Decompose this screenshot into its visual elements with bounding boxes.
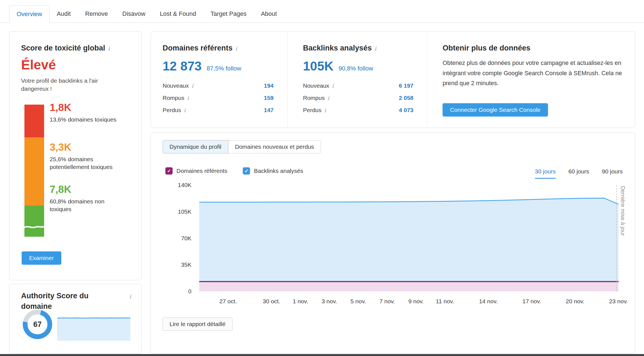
last-update-label: Dernière mise à jour bbox=[620, 186, 626, 292]
more-data-column: Obtenir plus de données Obtenez plus de … bbox=[427, 32, 635, 128]
legend-label: Backlinks analysés bbox=[254, 168, 303, 174]
x-tick-label: 7 nov. bbox=[380, 298, 395, 305]
backlinks-value[interactable]: 105K bbox=[303, 60, 334, 72]
referring-domains-follow[interactable]: 87,5% follow bbox=[207, 65, 241, 72]
toxicity-percent-label: 13,6% domaines toxiques bbox=[50, 116, 120, 123]
tab-about[interactable]: About bbox=[254, 5, 284, 22]
y-tick-label: 70K bbox=[181, 235, 191, 242]
stat-value: 194 bbox=[264, 82, 274, 89]
toxicity-item: 7,8K60,8% domaines non toxiques bbox=[50, 184, 120, 213]
y-tick-label: 0 bbox=[188, 288, 191, 295]
stat-row: Nouveauxi6 197 bbox=[303, 80, 413, 92]
x-tick-label: 27 oct. bbox=[219, 298, 237, 305]
bottom-window-edge bbox=[0, 354, 644, 356]
stat-row: Perdusi4 073 bbox=[303, 104, 413, 116]
x-tick-label: 5 nov. bbox=[350, 298, 366, 305]
info-icon[interactable]: i bbox=[184, 107, 186, 113]
x-tick-label: 11 nov. bbox=[436, 298, 454, 305]
profile-dynamics-plot[interactable] bbox=[199, 185, 618, 291]
backlinks-column: Backlinks analysési 105K 90,8% follow No… bbox=[287, 32, 427, 128]
connect-gsc-button[interactable]: Connecter Google Search Console bbox=[443, 103, 548, 117]
referring-domains-title-text: Domaines référents bbox=[163, 44, 233, 52]
detailed-report-button[interactable]: Lire le rapport détaillé bbox=[163, 317, 233, 331]
tab-remove[interactable]: Remove bbox=[78, 5, 115, 22]
checkbox-domaines-r-f-rents[interactable]: ✓ bbox=[165, 167, 173, 175]
potentially-toxic-segment[interactable] bbox=[24, 137, 44, 206]
info-icon[interactable]: i bbox=[375, 45, 376, 52]
y-tick-label: 35K bbox=[181, 261, 191, 268]
bar-break-icon bbox=[24, 224, 44, 229]
info-icon[interactable]: i bbox=[108, 45, 110, 52]
tab-lost-found[interactable]: Lost & Found bbox=[153, 5, 203, 22]
x-axis-labels: 27 oct.30 oct.1 nov.3 nov.5 nov.7 nov.9 … bbox=[199, 298, 618, 306]
info-icon[interactable]: i bbox=[235, 45, 237, 52]
x-tick-label: 23 nov. bbox=[609, 298, 628, 305]
referring-domains-rows: Nouveauxi194Rompusi159Perdusi147 bbox=[163, 80, 274, 116]
info-icon[interactable]: i bbox=[327, 95, 329, 101]
x-tick-label: 14 nov. bbox=[479, 298, 497, 305]
stat-label: Nouveauxi bbox=[303, 82, 334, 89]
more-data-body: Obtenez plus de données pour votre campa… bbox=[443, 58, 626, 89]
stat-value: 2 058 bbox=[399, 95, 413, 101]
toxicity-title: Score de toxicité globali bbox=[21, 44, 110, 52]
toxicity-percent-label: 25,6% domaines potentiellement toxiques bbox=[50, 155, 120, 171]
toxicity-percent-label: 60,8% domaines non toxiques bbox=[50, 198, 120, 213]
toxicity-value: 3,3K bbox=[50, 142, 120, 152]
info-icon[interactable]: i bbox=[324, 107, 326, 113]
referring-domains-big-row: 12 873 87,5% follow bbox=[163, 60, 274, 72]
tab-target-pages[interactable]: Target Pages bbox=[203, 5, 254, 22]
info-icon[interactable]: i bbox=[192, 82, 193, 89]
x-tick-label: 3 nov. bbox=[322, 298, 337, 305]
y-tick-label: 105K bbox=[178, 208, 191, 215]
toxic-segment[interactable] bbox=[24, 105, 44, 137]
toxicity-item: 3,3K25,6% domaines potentiellement toxiq… bbox=[50, 142, 120, 171]
x-tick-label: 20 nov. bbox=[566, 298, 584, 305]
stat-row: Perdusi147 bbox=[163, 104, 274, 116]
tab-bar: OverviewAuditRemoveDisavowLost & FoundTa… bbox=[0, 0, 644, 23]
range-90-jours[interactable]: 90 jours bbox=[602, 168, 623, 179]
checkbox-backlinks-analys-s[interactable]: ✓ bbox=[243, 167, 250, 175]
legend-item-domaines-r-f-rents: ✓Domaines référents bbox=[165, 167, 227, 175]
toxicity-subtitle: Votre profil de backlinks a l'air danger… bbox=[21, 77, 107, 93]
info-icon[interactable]: i bbox=[332, 82, 334, 89]
info-icon[interactable]: i bbox=[187, 95, 189, 101]
stat-row: Rompusi159 bbox=[163, 92, 274, 104]
x-tick-label: 1 nov. bbox=[293, 298, 308, 305]
backlinks-title: Backlinks analysési bbox=[303, 44, 413, 52]
legend-item-backlinks-analys-s: ✓Backlinks analysés bbox=[243, 167, 303, 175]
authority-score-value: 67 bbox=[27, 314, 47, 334]
stat-label: Rompusi bbox=[303, 95, 329, 101]
info-icon[interactable]: i bbox=[130, 293, 131, 300]
y-tick-label: 140K bbox=[178, 182, 191, 188]
non-toxic-segment[interactable] bbox=[24, 206, 44, 237]
backlinks-rows: Nouveauxi6 197Rompusi2 058Perdusi4 073 bbox=[303, 80, 413, 116]
authority-score-donut: 67 bbox=[23, 310, 52, 339]
stat-value: 147 bbox=[264, 107, 274, 113]
x-tick-label: 9 nov. bbox=[408, 298, 424, 305]
range-30-jours[interactable]: 30 jours bbox=[535, 168, 556, 179]
authority-title: Authority Score du domaine bbox=[21, 291, 99, 312]
authority-trend-chart bbox=[57, 315, 130, 341]
date-range-links: 30 jours60 jours90 jours bbox=[535, 168, 623, 179]
examine-button[interactable]: Examiner bbox=[22, 251, 61, 265]
stat-label: Rompusi bbox=[163, 95, 189, 101]
legend-label: Domaines référents bbox=[176, 168, 227, 174]
stat-row: Nouveauxi194 bbox=[163, 80, 274, 92]
range-60-jours[interactable]: 60 jours bbox=[569, 168, 589, 179]
referring-domains-column: Domaines référentsi 12 873 87,5% follow … bbox=[151, 32, 287, 128]
tab-overview[interactable]: Overview bbox=[9, 5, 50, 23]
backlinks-big-row: 105K 90,8% follow bbox=[303, 60, 413, 72]
profile-dynamics-card: Dynamique du profilDomaines nouveaux et … bbox=[151, 132, 635, 354]
x-tick-label: 30 oct. bbox=[263, 298, 280, 305]
toxicity-item: 1,8K13,6% domaines toxiques bbox=[50, 102, 120, 123]
tab-disavow[interactable]: Disavow bbox=[115, 5, 153, 22]
stat-label: Nouveauxi bbox=[163, 82, 193, 89]
more-data-title: Obtenir plus de données bbox=[443, 44, 620, 52]
tab-audit[interactable]: Audit bbox=[50, 5, 78, 22]
toxicity-value: 1,8K bbox=[50, 102, 120, 113]
toggle-option-dynamique-du-profil[interactable]: Dynamique du profil bbox=[163, 140, 228, 153]
toggle-option-domaines-nouveaux-et-perdus[interactable]: Domaines nouveaux et perdus bbox=[228, 140, 321, 153]
referring-domains-value[interactable]: 12 873 bbox=[163, 60, 202, 72]
chart-mode-toggle: Dynamique du profilDomaines nouveaux et … bbox=[163, 140, 321, 153]
backlinks-follow[interactable]: 90,8% follow bbox=[339, 65, 373, 72]
